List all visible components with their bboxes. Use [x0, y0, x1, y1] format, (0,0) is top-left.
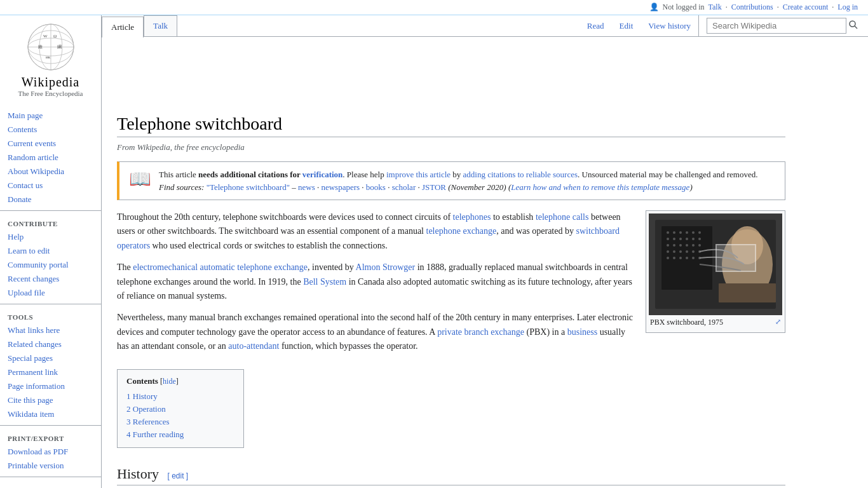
sidebar-item-page-info[interactable]: Page information — [0, 379, 101, 393]
logo-subtitle: The Free Encyclopedia — [18, 90, 83, 97]
toc-item-further-reading[interactable]: 4 Further reading — [126, 428, 234, 441]
svg-point-33 — [692, 244, 695, 247]
table-of-contents: Contents [hide] 1 History 2 Operation 3 … — [117, 369, 244, 448]
sidebar-section-tools: Tools — [0, 308, 101, 323]
sidebar-item-contents[interactable]: Contents — [0, 123, 101, 137]
tabs-row: Article Talk Read Edit View history — [102, 15, 868, 37]
sidebar-item-recent-changes[interactable]: Recent changes — [0, 272, 101, 286]
sidebar-item-special-pages[interactable]: Special pages — [0, 351, 101, 365]
bell-system-link[interactable]: Bell System — [303, 277, 346, 287]
sidebar-item-main-page[interactable]: Main page — [0, 109, 101, 123]
svg-point-18 — [673, 231, 675, 234]
sidebar-item-download-pdf[interactable]: Download as PDF — [0, 445, 101, 459]
sidebar-item-printable[interactable]: Printable version — [0, 459, 101, 473]
talk-link[interactable]: Talk — [709, 3, 722, 12]
svg-point-35 — [667, 250, 669, 253]
sidebar-item-about[interactable]: About Wikipedia — [0, 165, 101, 179]
tab-article[interactable]: Article — [102, 17, 144, 37]
source-newspapers-link[interactable]: newspapers — [321, 182, 360, 192]
learn-remove-template-link[interactable]: Learn how and when to remove this templa… — [511, 182, 689, 192]
sidebar: Main page Contents Current events Random… — [0, 104, 102, 488]
sidebar-item-related-changes[interactable]: Related changes — [0, 337, 101, 351]
auto-attendant-link[interactable]: auto-attendant — [228, 341, 279, 351]
toc-item-references[interactable]: 3 References — [126, 416, 234, 428]
adding-citations-link[interactable]: adding citations to reliable sources — [463, 170, 578, 179]
contributions-link[interactable]: Contributions — [731, 3, 773, 12]
image-expand-link[interactable]: ⤢ — [775, 318, 781, 326]
header: W Ω 維 綱 ик Wikipedia The Free Encycloped… — [0, 15, 868, 104]
sidebar-section-print: Print/export — [0, 430, 101, 445]
search-icon — [849, 20, 858, 29]
electromechanical-link[interactable]: electromechanical automatic telephone ex… — [133, 262, 308, 272]
sidebar-item-random-article[interactable]: Random article — [0, 151, 101, 165]
tab-read[interactable]: Read — [580, 16, 612, 36]
source-scholar-link[interactable]: scholar — [392, 182, 416, 192]
svg-point-26 — [686, 238, 688, 240]
svg-point-28 — [698, 238, 701, 240]
pbx-link[interactable]: private branch exchange — [437, 327, 524, 337]
left-tabs: Article Talk — [102, 15, 177, 36]
toc-item-history[interactable]: 1 History — [126, 390, 234, 403]
business-link[interactable]: business — [567, 327, 597, 337]
logo-area: W Ω 維 綱 ик Wikipedia The Free Encycloped… — [0, 15, 102, 104]
svg-point-32 — [686, 244, 688, 247]
switchboard-operators-link[interactable]: switchboard operators — [117, 226, 620, 250]
source-query-link[interactable]: "Telephone switchboard" — [207, 182, 290, 192]
search-input[interactable] — [707, 18, 846, 34]
svg-point-30 — [673, 244, 675, 247]
sidebar-item-what-links[interactable]: What links here — [0, 323, 101, 337]
svg-point-34 — [698, 244, 701, 247]
tab-talk[interactable]: Talk — [144, 15, 177, 36]
svg-point-29 — [667, 244, 669, 247]
sidebar-item-community-portal[interactable]: Community portal — [0, 258, 101, 272]
verification-link[interactable]: verification — [302, 170, 343, 179]
switchboard-image-svg — [649, 214, 782, 315]
svg-text:綱: 綱 — [57, 44, 62, 50]
sidebar-item-donate[interactable]: Donate — [0, 193, 101, 207]
search-area — [698, 15, 868, 36]
sidebar-item-cite[interactable]: Cite this page — [0, 393, 101, 407]
log-in-link[interactable]: Log in — [837, 3, 858, 12]
toc-item-operation[interactable]: 2 Operation — [126, 403, 234, 416]
sidebar-item-upload-file[interactable]: Upload file — [0, 286, 101, 300]
sidebar-item-wikidata[interactable]: Wikidata item — [0, 407, 101, 421]
sidebar-section-other-projects: In other projects — [0, 481, 101, 488]
sidebar-item-learn-to-edit[interactable]: Learn to edit — [0, 244, 101, 258]
svg-point-31 — [679, 244, 682, 247]
image-caption: ⤢ PBX switchboard, 1975 — [649, 315, 782, 330]
toc-hide[interactable]: [hide] — [160, 377, 179, 386]
svg-point-27 — [692, 238, 695, 240]
sidebar-divider-4 — [0, 477, 101, 477]
telephones-link[interactable]: telephones — [453, 212, 491, 222]
source-jstor-link[interactable]: JSTOR — [422, 182, 446, 192]
search-button[interactable] — [846, 18, 860, 34]
svg-text:ик: ик — [46, 55, 51, 60]
sidebar-item-contact[interactable]: Contact us — [0, 179, 101, 193]
tab-edit[interactable]: Edit — [612, 16, 641, 36]
svg-point-25 — [679, 238, 682, 240]
logo-title: Wikipedia — [22, 75, 80, 90]
toc-hide-link[interactable]: hide — [163, 377, 176, 386]
improve-article-link[interactable]: improve this article — [386, 170, 451, 179]
almon-strowger-link[interactable]: Almon Strowger — [356, 262, 416, 272]
svg-text:W: W — [43, 34, 48, 39]
svg-point-17 — [667, 231, 669, 234]
sidebar-item-permanent-link[interactable]: Permanent link — [0, 365, 101, 379]
user-status: Not logged in — [663, 3, 705, 12]
svg-point-41 — [667, 257, 669, 259]
sidebar-item-help[interactable]: Help — [0, 230, 101, 244]
history-edit[interactable]: [ edit ] — [168, 471, 189, 480]
telephone-exchange-link[interactable]: telephone exchange — [426, 226, 497, 236]
create-account-link[interactable]: Create account — [783, 3, 829, 12]
tab-view-history[interactable]: View history — [641, 16, 698, 36]
svg-point-12 — [850, 21, 855, 27]
history-edit-link[interactable]: edit — [172, 471, 184, 480]
svg-point-37 — [679, 250, 682, 253]
svg-point-19 — [679, 231, 682, 234]
top-bar: 👤 Not logged in Talk · Contributions · C… — [0, 0, 868, 15]
source-news-link[interactable]: news — [298, 182, 315, 192]
source-books-link[interactable]: books — [366, 182, 386, 192]
svg-point-24 — [673, 238, 675, 240]
telephone-calls-link[interactable]: telephone calls — [536, 212, 589, 222]
sidebar-item-current-events[interactable]: Current events — [0, 137, 101, 151]
